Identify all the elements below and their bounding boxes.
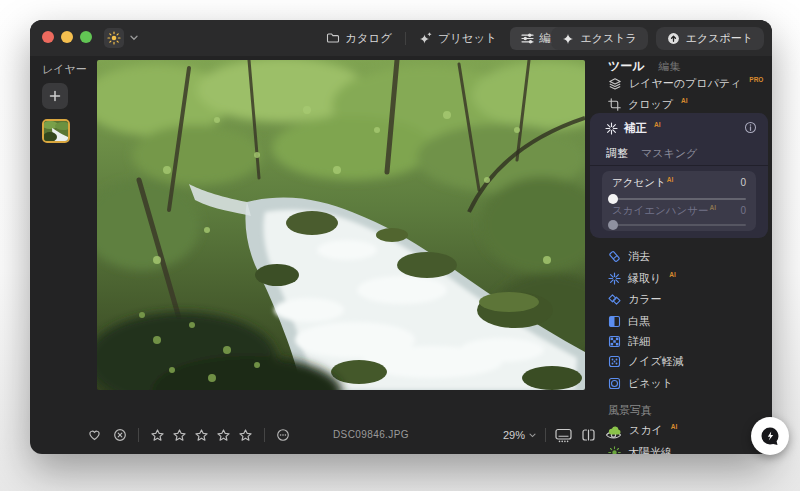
- right-panel-tabs: ツール 編集: [608, 58, 681, 75]
- tool-label: 詳細: [628, 335, 650, 348]
- enhance-tabs: 調整 マスキング: [606, 146, 697, 161]
- divider: [590, 165, 768, 166]
- star-rating: [150, 428, 253, 443]
- app-menu-button[interactable]: [104, 28, 138, 48]
- compare-before-after-icon[interactable]: [581, 428, 596, 442]
- tool-sky[interactable]: スカイ AI: [608, 424, 677, 440]
- tool-edging[interactable]: 縁取り AI: [608, 272, 676, 288]
- tool-sunrays[interactable]: 太陽光線: [608, 446, 672, 454]
- bw-icon: [608, 315, 621, 328]
- accent-slider-thumb[interactable]: [608, 194, 618, 204]
- accent-slider-value: 0: [740, 177, 746, 188]
- presets-panel-icon[interactable]: [555, 428, 572, 443]
- tool-label: カラー: [628, 293, 662, 306]
- layers-icon: [608, 77, 622, 91]
- tab-catalog[interactable]: カタログ: [326, 31, 392, 46]
- filename-label: DSC09846.JPG: [333, 429, 409, 440]
- tool-details[interactable]: 詳細: [608, 335, 650, 351]
- close-button[interactable]: [42, 31, 54, 43]
- photo-canvas[interactable]: [97, 60, 585, 390]
- star-icon[interactable]: [172, 428, 187, 443]
- tab-catalog-label: カタログ: [345, 31, 392, 46]
- chevron-down-icon: [529, 433, 536, 438]
- ai-badge: AI: [681, 98, 688, 104]
- export-button[interactable]: エクスポート: [656, 27, 764, 50]
- tool-label: スカイ: [629, 424, 663, 437]
- ai-badge: AI: [671, 424, 678, 430]
- tool-label: 消去: [628, 250, 650, 263]
- view-controls: 29%: [503, 425, 622, 445]
- titlebar-actions: エクストラ エクスポート: [551, 27, 764, 50]
- edging-icon: [608, 272, 621, 285]
- tool-crop[interactable]: クロップ AI: [608, 98, 688, 114]
- tool-layer-properties[interactable]: レイヤーのプロパティ PRO: [608, 77, 763, 93]
- tool-color[interactable]: カラー: [608, 293, 662, 309]
- zoom-window-button[interactable]: [80, 31, 92, 43]
- sky-enhancer-slider-track[interactable]: [612, 224, 746, 226]
- more-options-icon[interactable]: [276, 428, 290, 442]
- tab-presets-label: プリセット: [438, 31, 497, 46]
- star-icon[interactable]: [238, 428, 253, 443]
- enhance-title: 補正: [624, 122, 647, 135]
- favorite-heart-icon[interactable]: [87, 428, 102, 442]
- tool-noise-reduction[interactable]: ノイズ軽減: [608, 355, 684, 371]
- plus-icon: [49, 90, 61, 102]
- panel-tab-edits[interactable]: 編集: [659, 59, 681, 74]
- ai-badge: AI: [669, 272, 676, 278]
- vignette-icon: [608, 377, 621, 390]
- tool-erase[interactable]: 消去: [608, 250, 650, 266]
- crop-icon: [608, 98, 621, 111]
- sky-enhancer-slider-thumb[interactable]: [608, 220, 618, 230]
- photo: [97, 60, 585, 390]
- details-icon: [608, 335, 621, 348]
- star-icon[interactable]: [216, 428, 231, 443]
- support-chat-button[interactable]: [751, 417, 789, 455]
- tab-presets[interactable]: プリセット: [419, 31, 497, 46]
- tool-vignette[interactable]: ビネット: [608, 377, 673, 393]
- enhance-panel: 補正 AI 調整 マスキング アクセントAI 0 スカイエンハンサーAI 0: [590, 113, 768, 238]
- star-icon[interactable]: [150, 428, 165, 443]
- minimize-button[interactable]: [61, 31, 73, 43]
- landscape-section-title: 風景写真: [608, 403, 652, 418]
- ai-badge: AI: [667, 177, 674, 183]
- divider: [545, 428, 546, 442]
- sky-enhancer-slider-value: 0: [740, 205, 746, 216]
- sparkle-icon: [562, 33, 574, 45]
- zoom-level-dropdown[interactable]: 29%: [503, 429, 536, 441]
- info-icon[interactable]: [744, 121, 757, 134]
- enhance-icon: [605, 122, 618, 135]
- erase-icon: [608, 250, 621, 263]
- layer-thumbnail-image: [44, 121, 68, 141]
- tool-label: レイヤーのプロパティ: [629, 77, 741, 90]
- sliders-icon: [521, 32, 534, 45]
- noise-reduction-icon: [608, 355, 621, 368]
- star-icon[interactable]: [194, 428, 209, 443]
- accent-slider-track[interactable]: [612, 198, 746, 200]
- sparkles-icon: [419, 31, 433, 45]
- panel-tab-tools[interactable]: ツール: [608, 58, 645, 75]
- add-layer-button[interactable]: [42, 83, 68, 109]
- tool-black-white[interactable]: 白黒: [608, 315, 650, 331]
- enhance-header[interactable]: 補正 AI: [605, 122, 661, 135]
- tab-adjust[interactable]: 調整: [606, 146, 628, 161]
- folder-icon: [326, 31, 340, 45]
- sunrays-icon: [608, 446, 621, 454]
- tab-masking[interactable]: マスキング: [641, 146, 697, 161]
- pro-badge: PRO: [749, 77, 763, 83]
- ai-badge: AI: [654, 122, 661, 128]
- app-window: カタログ プリセット 編集 エクストラ: [30, 20, 772, 454]
- extras-button[interactable]: エクストラ: [551, 27, 647, 50]
- divider: [264, 428, 265, 442]
- tool-label: ノイズ軽減: [628, 355, 684, 368]
- zoom-level-value: 29%: [503, 429, 525, 441]
- export-label: エクスポート: [686, 31, 753, 46]
- color-icon: [608, 293, 621, 306]
- accent-slider-label: アクセントAI: [612, 177, 673, 188]
- layer-thumbnail[interactable]: [42, 119, 70, 143]
- enhance-sliders-card: アクセントAI 0 スカイエンハンサーAI 0: [602, 171, 756, 231]
- sun-icon: [104, 28, 124, 48]
- reject-icon[interactable]: [113, 428, 127, 442]
- export-icon: [667, 32, 680, 45]
- sky-enhancer-slider-label: スカイエンハンサーAI: [612, 205, 716, 216]
- tool-label: クロップ: [628, 98, 673, 111]
